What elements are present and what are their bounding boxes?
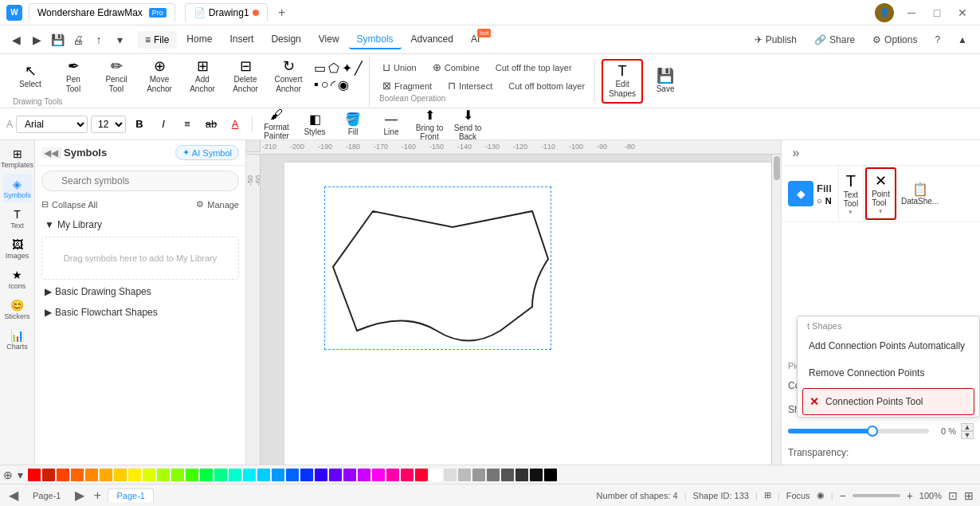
app-tab-edrawmax[interactable]: Wondershare EdrawMax Pro <box>29 3 175 22</box>
menu-ai[interactable]: AI hot <box>463 30 488 49</box>
palette-color-2[interactable] <box>57 469 69 481</box>
menu-view[interactable]: View <box>311 30 347 49</box>
palette-color-20[interactable] <box>315 469 327 481</box>
send-back-button[interactable]: ⬇ Send toBack <box>450 104 485 144</box>
zoom-slider[interactable] <box>853 494 900 497</box>
help-button[interactable]: ? <box>928 31 947 49</box>
palette-color-10[interactable] <box>171 469 184 481</box>
palette-color-33[interactable] <box>501 469 514 481</box>
line-button[interactable]: — Line <box>374 109 409 139</box>
convert-anchor-button[interactable]: ↻ ConvertAnchor <box>268 56 309 97</box>
palette-color-34[interactable] <box>515 469 528 481</box>
palette-color-28[interactable] <box>429 469 442 481</box>
palette-color-36[interactable] <box>544 469 557 481</box>
point-tool-button[interactable]: ✕ PointTool ▾ <box>865 167 896 220</box>
pentagon-shape[interactable]: ⬠ <box>328 61 339 76</box>
save-button[interactable]: 💾 Save <box>645 61 686 102</box>
styles-button[interactable]: ◧ Styles <box>297 108 332 139</box>
maximize-button[interactable]: □ <box>926 5 948 21</box>
palette-arrow-icon[interactable]: ⊕ <box>3 469 13 481</box>
add-connection-auto-button[interactable]: Add Connection Points Automatically <box>798 332 979 359</box>
options-button[interactable]: ⚙ Options <box>866 31 923 49</box>
palette-color-1[interactable] <box>42 469 55 481</box>
palette-color-17[interactable] <box>272 469 284 481</box>
palette-color-8[interactable] <box>143 469 155 481</box>
sidebar-item-templates[interactable]: ⊞ Templates <box>3 143 32 172</box>
select-tool-button[interactable]: ↖ Select <box>10 56 51 97</box>
palette-color-15[interactable] <box>243 469 256 481</box>
fill-radio[interactable]: ○ <box>817 196 822 206</box>
menu-design[interactable]: Design <box>263 30 308 49</box>
fill-color-button[interactable]: ◆ <box>788 181 813 206</box>
bold-button[interactable]: B <box>129 114 150 135</box>
my-library-header[interactable]: ▼ My Library <box>41 216 239 233</box>
publish-button[interactable]: ✈ Publish <box>748 31 803 49</box>
cut-bottom-button[interactable]: Cut off bottom layer <box>502 77 591 94</box>
shade-slider[interactable] <box>788 429 929 433</box>
intersect-button[interactable]: ⊓ Intersect <box>441 77 499 94</box>
sidebar-item-text[interactable]: T Text <box>3 204 32 233</box>
collapse-all-button[interactable]: ⊟ Collapse All <box>41 199 97 210</box>
user-avatar[interactable]: 👤 <box>875 3 894 22</box>
palette-custom-icon[interactable]: ▾ <box>18 469 23 481</box>
add-anchor-button[interactable]: ⊞ AddAnchor <box>182 56 223 97</box>
datasheet-button[interactable]: 📋 DataShe... <box>898 166 942 222</box>
pen-tool-button[interactable]: ✒ PenTool <box>53 56 94 97</box>
vertical-scrollbar[interactable] <box>771 155 781 506</box>
basic-drawing-header[interactable]: ▶ Basic Drawing Shapes <box>41 283 239 300</box>
circle-shape[interactable]: ○ <box>321 77 329 92</box>
next-page-button[interactable]: ▶ <box>73 488 87 503</box>
palette-color-30[interactable] <box>458 469 471 481</box>
fullscreen-button[interactable]: ⊞ <box>964 489 974 502</box>
palette-color-19[interactable] <box>300 469 313 481</box>
connection-points-tool-button[interactable]: ✕ Connection Points Tool <box>802 388 974 415</box>
bring-front-button[interactable]: ⬆ Bring toFront <box>412 104 447 144</box>
shade-stepper[interactable]: ▲ ▼ <box>961 423 974 439</box>
file-menu[interactable]: ≡ File <box>137 31 177 49</box>
fit-page-button[interactable]: ⊡ <box>948 489 958 502</box>
focus-toggle[interactable]: ◉ <box>817 490 825 500</box>
palette-color-13[interactable] <box>214 469 227 481</box>
sidebar-item-icons[interactable]: ★ Icons <box>3 265 32 293</box>
ellipse-shape[interactable]: ◉ <box>338 77 349 92</box>
text-tool-button[interactable]: T TextTool ▾ <box>839 166 864 222</box>
palette-color-22[interactable] <box>343 469 356 481</box>
sidebar-item-stickers[interactable]: 😊 Stickers <box>3 295 32 324</box>
drawing-tab[interactable]: 📄 Drawing1 <box>185 3 268 22</box>
format-painter-button[interactable]: 🖌 FormatPainter <box>259 104 294 143</box>
shade-up[interactable]: ▲ <box>961 423 974 431</box>
star-shape[interactable]: ✦ <box>342 61 352 76</box>
sidebar-item-symbols[interactable]: ◈ Symbols <box>3 174 32 202</box>
zoom-out-button[interactable]: − <box>839 489 845 502</box>
menu-advanced[interactable]: Advanced <box>403 30 461 49</box>
palette-color-16[interactable] <box>257 469 270 481</box>
palette-color-6[interactable] <box>114 469 127 481</box>
palette-color-26[interactable] <box>401 469 414 481</box>
palette-color-4[interactable] <box>85 469 98 481</box>
font-select[interactable]: Arial <box>16 116 88 133</box>
page-tab-1[interactable]: Page-1 <box>24 488 69 503</box>
move-anchor-button[interactable]: ⊕ MoveAnchor <box>139 56 180 97</box>
menu-symbols[interactable]: Symbols <box>349 30 402 49</box>
shade-down[interactable]: ▼ <box>961 431 974 439</box>
close-button[interactable]: ✕ <box>951 5 974 21</box>
menu-home[interactable]: Home <box>178 30 220 49</box>
save-file-button[interactable]: 💾 <box>48 30 67 49</box>
italic-button[interactable]: I <box>153 114 174 135</box>
export-button[interactable]: ↑ <box>89 30 108 49</box>
manage-button[interactable]: ⚙ Manage <box>196 199 239 210</box>
palette-color-21[interactable] <box>329 469 342 481</box>
collapse-sidebar-button[interactable]: ◀◀ <box>41 147 61 159</box>
nav-back-button[interactable]: ◀ <box>6 30 25 49</box>
print-button[interactable]: 🖨 <box>69 30 88 49</box>
palette-color-5[interactable] <box>100 469 112 481</box>
prev-page-button[interactable]: ◀ <box>6 488 21 503</box>
palette-color-29[interactable] <box>444 469 457 481</box>
dropdown-arrow[interactable]: ▾ <box>110 30 129 49</box>
fill-button[interactable]: 🪣 Fill <box>335 108 370 139</box>
palette-color-9[interactable] <box>157 469 170 481</box>
scrollbar-thumb[interactable] <box>774 156 780 180</box>
palette-color-11[interactable] <box>186 469 198 481</box>
palette-color-25[interactable] <box>386 469 399 481</box>
rect-shape[interactable]: ▭ <box>314 61 326 76</box>
